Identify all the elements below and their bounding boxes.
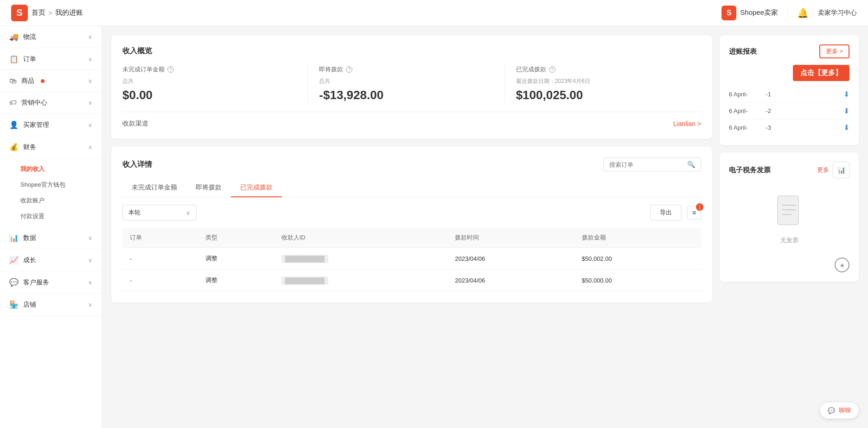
tab-upcoming-payment[interactable]: 即将拨款 (186, 179, 231, 197)
orders-chevron-icon: ∨ (88, 56, 92, 63)
completed-payment-info-icon[interactable]: ? (549, 66, 555, 73)
study-center-link[interactable]: 卖家学习中心 (818, 9, 857, 17)
incomplete-orders-info-icon[interactable]: ? (167, 66, 174, 73)
search-icon: 🔍 (687, 161, 695, 168)
round-select[interactable]: 本轮 ∨ (122, 205, 197, 220)
upcoming-payment-label: 即将拨款 (319, 65, 343, 74)
cell-time: 2023/04/06 (447, 270, 574, 291)
sidebar-item-data[interactable]: 📊 数据 ∨ (0, 227, 102, 249)
sidebar-label-buyers: 买家管理 (23, 121, 49, 129)
sidebar-item-store[interactable]: 🏪 店铺 ∨ (0, 294, 102, 316)
sidebar-label-customer-service: 客户服务 (23, 278, 49, 287)
tabs: 未完成订单金额 即将拨款 已完成拨款 (122, 179, 701, 197)
sidebar-item-growth[interactable]: 📈 成长 ∨ (0, 249, 102, 271)
tax-empty-text: 无发票 (780, 236, 798, 245)
cell-order: - (122, 270, 198, 291)
brand-info: S Shopee卖家 (721, 6, 778, 20)
sidebar-label-finance: 财务 (23, 143, 36, 151)
detail-title: 收入详情 (122, 160, 152, 170)
sidebar-item-payment-account[interactable]: 收款账户 (20, 193, 102, 208)
sidebar-item-buyers[interactable]: 👤 买家管理 ∨ (0, 114, 102, 136)
sidebar-item-orders[interactable]: 📋 订单 ∨ (0, 48, 102, 70)
header-left: S 首页 > 我的进账 (11, 5, 83, 21)
filter-row: 本轮 ∨ 导出 ≡ 1 (122, 205, 701, 220)
sidebar-label-data: 数据 (23, 234, 36, 242)
data-icon: 📊 (9, 233, 19, 242)
report-more-button[interactable]: 更多 > (819, 44, 849, 58)
table-row: - 调整 ██████████ 2023/04/06 $50,000.00 (122, 270, 701, 291)
breadcrumb-home[interactable]: 首页 (32, 8, 45, 17)
round-select-value: 本轮 (128, 208, 140, 217)
notification-bell-icon[interactable]: 🔔 (797, 7, 809, 19)
completed-payment-date: 最近拨款日期：2023年4月6日 (516, 77, 690, 85)
sidebar-item-shopee-wallet[interactable]: Shopee官方钱包 (20, 177, 102, 193)
report-header: 进账报表 更多 > (729, 44, 849, 58)
col-order: 订单 (122, 228, 198, 248)
download-icon-1[interactable]: ⬇ (843, 90, 849, 99)
tab-completed-payment[interactable]: 已完成拨款 (231, 179, 282, 197)
cell-amount: $50,000.00 (574, 270, 701, 291)
sidebar-item-logistics[interactable]: 🚚 物流 ∨ (0, 26, 102, 48)
breadcrumb: 首页 > 我的进账 (32, 8, 83, 17)
tab-incomplete-orders[interactable]: 未完成订单金额 (122, 179, 186, 197)
chat-button[interactable]: 💬 聊聊 (820, 402, 859, 419)
report-title: 进账报表 (729, 47, 757, 56)
click-prompt-overlay: 点击【更多】 (793, 65, 849, 81)
upcoming-payment-info-icon[interactable]: ? (346, 66, 352, 73)
sidebar: 🚚 物流 ∨ 📋 订单 ∨ 🛍 商品 ∨ 🏷 营销中心 (0, 26, 102, 428)
payment-channel-link[interactable]: Lianlian > (673, 120, 701, 127)
tax-invoice-card: 电子税务发票 更多 📊 (720, 152, 859, 282)
columns-settings-icon[interactable]: ≡ 1 (687, 206, 701, 220)
table-row: - 调整 ██████████ 2023/04/06 $50,002.00 (122, 248, 701, 270)
sidebar-label-marketing: 营销中心 (21, 99, 47, 107)
download-icon-3[interactable]: ⬇ (843, 123, 849, 132)
logistics-icon: 🚚 (9, 32, 19, 41)
cell-amount: $50,002.00 (574, 248, 701, 270)
overview-completed-payment: 已完成拨款 ? 最近拨款日期：2023年4月6日 $100,025.00 (516, 65, 701, 102)
sidebar-item-marketing[interactable]: 🏷 营销中心 ∨ (0, 92, 102, 114)
tax-title: 电子税务发票 (729, 166, 771, 175)
logistics-chevron-icon: ∨ (88, 34, 92, 40)
col-type: 类型 (198, 228, 274, 248)
detail-card: 收入详情 🔍 未完成订单金额 即将拨款 已完成拨款 本轮 ∨ (111, 146, 712, 302)
sidebar-item-my-income[interactable]: 我的收入 (20, 161, 102, 177)
col-amount: 拨款金额 (574, 228, 701, 248)
tax-header: 电子税务发票 更多 📊 (729, 162, 849, 178)
sidebar-item-payment-settings[interactable]: 付款设置 (20, 208, 102, 224)
download-icon-2[interactable]: ⬇ (843, 107, 849, 115)
products-chevron-icon: ∨ (88, 78, 92, 84)
report-header-wrap: 进账报表 更多 > 点击【更多】 (729, 44, 849, 58)
upcoming-payment-value: -$13,928.00 (319, 88, 493, 102)
finance-chevron-icon: ∧ (88, 144, 92, 151)
export-button[interactable]: 导出 (650, 205, 682, 220)
cell-type: 调整 (198, 270, 274, 291)
cell-order: - (122, 248, 198, 270)
sidebar-item-products[interactable]: 🛍 商品 ∨ (0, 70, 102, 92)
income-report-card: 进账报表 更多 > 点击【更多】 6 April- -1 ⬇ 6 April- … (720, 35, 859, 145)
products-icon: 🛍 (9, 77, 17, 85)
cell-type: 调整 (198, 248, 274, 270)
incomplete-orders-sub: 总共 (122, 77, 296, 85)
sidebar-item-finance[interactable]: 💰 财务 ∧ (0, 136, 102, 158)
search-input[interactable] (609, 161, 683, 168)
tax-more-link[interactable]: 更多 (817, 166, 829, 174)
search-box[interactable]: 🔍 (603, 157, 701, 171)
sidebar-label-growth: 成长 (23, 256, 36, 264)
payment-channel-label: 收款渠道 (122, 120, 148, 128)
products-dot-badge (41, 79, 45, 83)
circular-action-icon[interactable]: ◉ (835, 258, 849, 272)
columns-badge: 1 (696, 203, 703, 211)
buyers-icon: 👤 (9, 120, 19, 129)
overview-title: 收入概览 (122, 46, 701, 56)
cell-payee-id: ██████████ (274, 248, 448, 270)
overview-card: 收入概览 未完成订单金额 ? 总共 $0.00 即将拨款 (111, 35, 712, 139)
report-item-1: 6 April- -1 ⬇ (729, 86, 849, 103)
sidebar-label-logistics: 物流 (23, 33, 36, 41)
sidebar-label-products: 商品 (21, 77, 34, 85)
chart-icon: 📊 (837, 166, 845, 174)
tax-icon-button[interactable]: 📊 (833, 162, 849, 178)
detail-header: 收入详情 🔍 (122, 157, 701, 171)
report-item-2-label: 6 April- -2 (729, 107, 771, 115)
overview-incomplete-orders: 未完成订单金额 ? 总共 $0.00 (122, 65, 308, 102)
sidebar-item-customer-service[interactable]: 💬 客户服务 ∨ (0, 271, 102, 294)
